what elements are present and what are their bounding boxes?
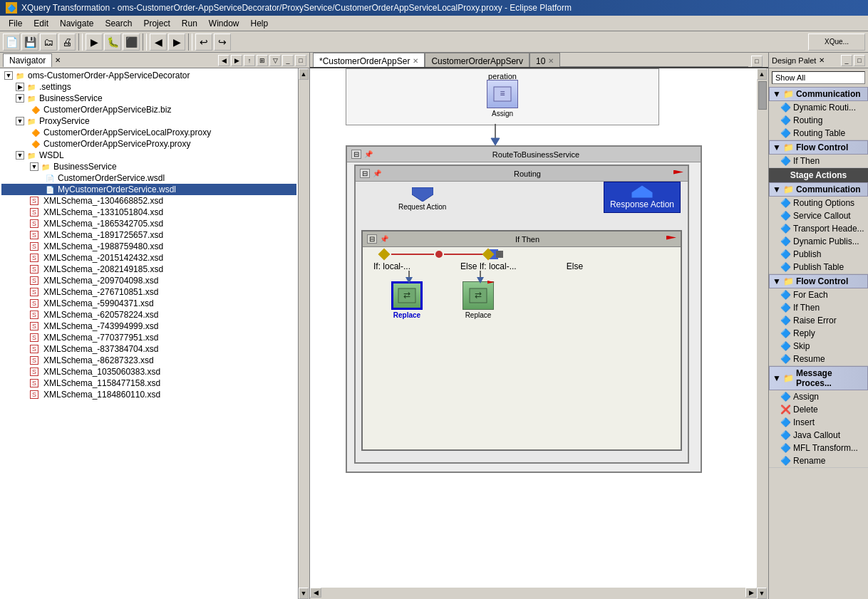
assign-icon-top[interactable]: ≡ [487,80,518,108]
tree-node-wsdl2[interactable]: 📄 MyCustomerOrderService.wsdl [1,184,296,195]
nav-collapse-btn[interactable]: ⊞ [257,55,268,66]
palette-item-raise-error[interactable]: 🔷 Raise Error [769,314,868,327]
tree-node-xsd1[interactable]: S XMLSchema_-1304668852.xsd [1,195,296,207]
undo-button[interactable]: ↩ [195,33,212,51]
menu-project[interactable]: Project [138,17,175,30]
tree-node-xsd3[interactable]: S XMLSchema_-1865342705.xsd [1,218,296,229]
menu-edit[interactable]: Edit [28,17,54,30]
palette-item-routing-table[interactable]: 🔷 Routing Table [769,127,868,140]
replace-icon-1[interactable]: ⇄ [391,281,423,310]
palette-max-btn[interactable]: □ [854,55,865,66]
tree-node-xsd14[interactable]: S XMLSchema_-837384704.xsd [1,343,296,355]
tree-node-xsd18[interactable]: S XMLSchema_1184860110.xsd [1,389,296,400]
tree-node-xsd6[interactable]: S XMLSchema_-2015142432.xsd [1,252,296,264]
tree-node-xsd11[interactable]: S XMLSchema_-620578224.xsd [1,309,296,321]
new-button[interactable]: 📄 [3,33,20,51]
assign-node-top[interactable]: ≡ Assign [487,80,518,118]
nav-menu-btn[interactable]: ▽ [269,55,281,66]
nav-min-btn[interactable]: _ [282,55,294,66]
route-collapse-btn[interactable]: ⊟ [351,150,361,159]
run-button[interactable]: ▶ [86,33,103,51]
palette-msgproc-header[interactable]: ▼ 📁 Message Proces... [769,366,868,390]
replace-node-1[interactable]: ⇄ Replace [391,281,423,319]
canvas-scroll-right[interactable]: ▶ [745,588,757,598]
palette-item-transport-header[interactable]: 🔷 Transport Heade... [769,222,868,235]
canvas-scroll-up[interactable]: ▲ [757,68,767,80]
palette-item-dynamic-publish[interactable]: 🔷 Dynamic Publis... [769,235,868,248]
tree-node-proxy2[interactable]: 🔶 CustomerOrderAppServiceProxy.proxy [1,138,296,150]
editor-tab-2[interactable]: CustomerOrderAppServ [425,53,529,67]
nav-up-btn[interactable]: ↑ [244,55,255,66]
palette-comm2-header[interactable]: ▼ 📁 Communication [769,182,868,197]
palette-min-btn[interactable]: _ [841,55,852,66]
replace-node-2[interactable]: ⇄ Replace [463,281,494,319]
palette-item-ifthen[interactable]: 🔷 If Then [769,155,868,167]
tree-node-xsd17[interactable]: S XMLSchema_1158477158.xsd [1,377,296,389]
editor-tab-3-close[interactable]: ✕ [548,57,554,65]
tree-node-xsd2[interactable]: S XMLSchema_-1331051804.xsd [1,207,296,218]
routing-collapse-btn[interactable]: ⊟ [360,169,370,178]
palette-item-foreach[interactable]: 🔷 For Each [769,288,868,301]
toggle-root[interactable]: ▼ [4,71,13,80]
navigator-tab[interactable]: Navigator [3,53,52,67]
tree-node-xsd10[interactable]: S XMLSchema_-59904371.xsd [1,298,296,309]
menu-search[interactable]: Search [99,17,138,30]
nav-back-btn[interactable]: ◀ [218,55,229,66]
editor-max-btn[interactable]: □ [751,56,763,67]
palette-item-service-callout[interactable]: 🔷 Service Callout [769,209,868,222]
tree-node-biz[interactable]: 🔶 CustomerOrderAppServiceBiz.biz [1,104,296,115]
tree-node-wsdl1[interactable]: 📄 CustomerOrderService.wsdl [1,172,296,184]
menu-navigate[interactable]: Navigate [54,17,99,30]
editor-tab-3[interactable]: 10 ✕ [529,53,560,67]
ifthen-collapse-btn[interactable]: ⊟ [367,234,377,244]
tree-node-wsdl[interactable]: ▼ 📁 WSDL [1,150,296,161]
palette-comm-header[interactable]: ▼ 📁 Communication [769,87,868,101]
route-pin[interactable]: 📌 [364,150,373,158]
palette-item-reply[interactable]: 🔷 Reply [769,327,868,340]
palette-flow-header[interactable]: ▼ 📁 Flow Control [769,140,868,155]
palette-item-publish-table[interactable]: 🔷 Publish Table [769,261,868,274]
tree-node-xsd15[interactable]: S XMLSchema_-86287323.xsd [1,355,296,366]
canvas-scroll-down[interactable]: ▼ [757,588,767,599]
menu-help[interactable]: Help [245,17,274,30]
palette-search-input[interactable] [772,71,865,84]
palette-item-routing-options[interactable]: 🔷 Routing Options [769,197,868,209]
palette-item-resume[interactable]: 🔷 Resume [769,353,868,365]
back-button[interactable]: ◀ [150,33,167,51]
nav-forward-btn[interactable]: ▶ [231,55,242,66]
xquery-button[interactable]: XQue... [808,33,865,51]
toggle-settings[interactable]: ▶ [16,83,24,91]
nav-max-btn[interactable]: □ [295,55,306,66]
save-button[interactable]: 💾 [21,33,38,51]
editor-canvas[interactable]: peration ≡ Assign [310,68,768,599]
menu-file[interactable]: File [3,17,28,30]
save-all-button[interactable]: 🗂 [40,33,57,51]
forward-button[interactable]: ▶ [168,33,185,51]
palette-item-rename[interactable]: 🔷 Rename [769,454,868,467]
canvas-scrollbar-h[interactable]: ◀ ▶ [310,588,757,599]
redo-button[interactable]: ↪ [214,33,231,51]
navigator-close-icon[interactable]: ✕ [55,56,61,64]
tree-node-xsd9[interactable]: S XMLSchema_-276710851.xsd [1,286,296,298]
palette-item-dynamic-routing[interactable]: 🔷 Dynamic Routi... [769,101,868,114]
routing-pin[interactable]: 📌 [373,170,381,177]
tree-node-xsd13[interactable]: S XMLSchema_-770377951.xsd [1,332,296,343]
print-button[interactable]: 🖨 [58,33,76,51]
editor-tab-1-close[interactable]: ✕ [413,57,418,65]
nav-scroll-up[interactable]: ▲ [299,68,309,80]
tree-node-xsd7[interactable]: S XMLSchema_-2082149185.xsd [1,264,296,275]
palette-item-skip[interactable]: 🔷 Skip [769,340,868,353]
toggle-wsdl[interactable]: ▼ [16,151,24,160]
tree-node-xsd8[interactable]: S XMLSchema_-209704098.xsd [1,275,296,286]
tree-node-xsd4[interactable]: S XMLSchema_-1891725657.xsd [1,229,296,241]
palette-close-icon[interactable]: ✕ [819,56,825,64]
replace-icon-2[interactable]: ⇄ [463,281,494,310]
tree-node-settings[interactable]: ▶ 📁 .settings [1,81,296,93]
nav-scroll-down[interactable]: ▼ [299,588,309,599]
tree-node-xsd16[interactable]: S XMLSchema_1035060383.xsd [1,366,296,377]
canvas-scroll-left[interactable]: ◀ [310,588,321,598]
palette-item-assign[interactable]: 🔷 Assign [769,390,868,403]
tree-node-wsdl-bs[interactable]: ▼ 📁 BusinessService [1,161,296,172]
tree-node-root[interactable]: ▼ 📁 oms-CustomerOrder-AppServiceDecorato… [1,70,296,81]
toggle-wsdl-bs[interactable]: ▼ [30,162,38,171]
